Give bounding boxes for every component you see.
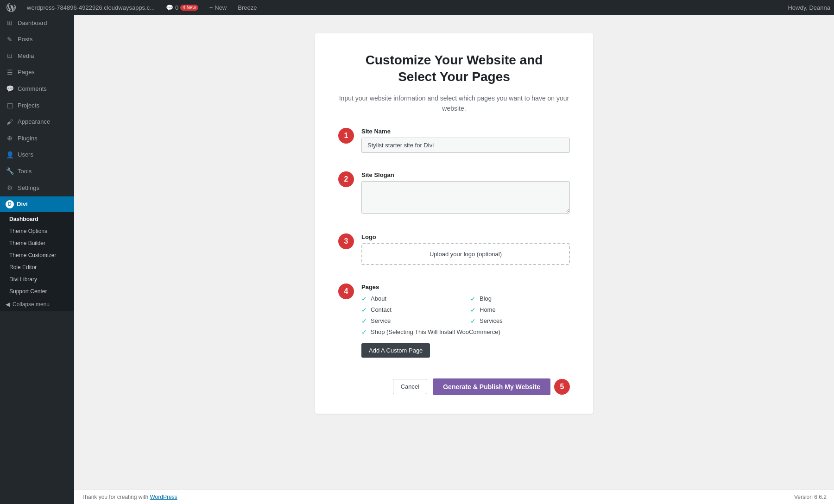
sidebar-item-tools[interactable]: 🔧 Tools: [0, 163, 74, 180]
sidebar-item-comments[interactable]: 💬 Comments: [0, 81, 74, 97]
divi-label: Divi: [17, 201, 28, 208]
check-icon-home: ✓: [470, 306, 476, 314]
sidebar-item-settings[interactable]: ⚙ Settings: [0, 180, 74, 196]
logo-upload-text: Upload your logo (optional): [430, 251, 502, 258]
theme-link[interactable]: Breeze: [235, 0, 259, 15]
logo-upload-button[interactable]: Upload your logo (optional): [361, 243, 570, 265]
publish-button[interactable]: Generate & Publish My Website: [433, 378, 550, 395]
page-checkbox-service[interactable]: ✓ Service: [361, 317, 461, 325]
projects-icon: ◫: [6, 101, 14, 110]
sidebar-item-pages[interactable]: ☰ Pages: [0, 64, 74, 81]
add-custom-page-button[interactable]: Add A Custom Page: [361, 343, 430, 358]
collapse-label: Collapse menu: [13, 301, 50, 308]
plus-icon: +: [209, 4, 213, 11]
thank-you-bar: Thank you for creating with WordPress: [74, 490, 834, 504]
site-name-input[interactable]: [361, 138, 570, 153]
users-icon: 👤: [6, 151, 14, 160]
divi-submenu-divi-library[interactable]: Divi Library: [0, 273, 74, 285]
page-checkbox-home[interactable]: ✓ Home: [470, 306, 570, 314]
step-5-badge: 5: [554, 379, 570, 395]
wp-logo-link[interactable]: [4, 0, 19, 15]
sidebar-item-posts[interactable]: ✎ Posts: [0, 32, 74, 48]
dashboard-icon: ⊞: [6, 19, 14, 28]
sidebar: ⊞ Dashboard ✎ Posts ⊡ Media ☰ Pages 💬 Co…: [0, 15, 74, 504]
sidebar-item-label: Comments: [18, 85, 47, 93]
comments-count: 0: [175, 4, 178, 11]
comments-link[interactable]: 💬 0 4 New: [163, 0, 201, 15]
comment-icon: 💬: [166, 4, 173, 11]
sidebar-item-label: Tools: [18, 167, 32, 176]
sidebar-item-label: Settings: [18, 184, 39, 192]
divi-submenu-dashboard[interactable]: Dashboard: [0, 212, 74, 225]
divi-submenu-theme-options[interactable]: Theme Options: [0, 225, 74, 237]
sidebar-item-appearance[interactable]: 🖌 Appearance: [0, 114, 74, 131]
page-label-contact: Contact: [371, 306, 392, 313]
step-1-row: 1 Site Name: [338, 128, 570, 162]
sidebar-item-label: Posts: [18, 35, 33, 44]
pages-grid: ✓ About ✓ Blog ✓ Contact ✓: [361, 295, 570, 336]
page-label-service: Service: [371, 317, 391, 324]
sidebar-item-projects[interactable]: ◫ Projects: [0, 97, 74, 114]
divi-submenu-theme-customizer[interactable]: Theme Customizer: [0, 249, 74, 261]
thank-you-text: Thank you for creating with: [82, 494, 148, 500]
admin-bar: wordpress-784896-4922926.cloudwaysapps.c…: [0, 0, 834, 15]
divi-submenu-role-editor[interactable]: Role Editor: [0, 261, 74, 273]
site-name-group: Site Name: [361, 128, 570, 153]
page-label-blog: Blog: [480, 295, 492, 302]
sidebar-item-label: Projects: [18, 101, 39, 110]
page-checkbox-shop[interactable]: ✓ Shop (Selecting This Will Install WooC…: [361, 328, 570, 336]
step-3-row: 3 Logo Upload your logo (optional): [338, 233, 570, 274]
site-url: wordpress-784896-4922926.cloudwaysapps.c…: [27, 4, 155, 11]
step-3-badge: 3: [338, 233, 354, 249]
sidebar-item-label: Dashboard: [18, 19, 47, 27]
version-bar: Version 6.6.2: [794, 490, 827, 504]
divi-menu-item[interactable]: D Divi: [0, 196, 74, 212]
sidebar-item-plugins[interactable]: ⊕ Plugins: [0, 130, 74, 147]
sidebar-item-label: Appearance: [18, 118, 50, 126]
divi-library-label: Divi Library: [9, 276, 37, 283]
step-4-row: 4 Pages ✓ About ✓ Blog ✓: [338, 284, 570, 358]
divi-section: D Divi Dashboard Theme Options Theme Bui…: [0, 196, 74, 311]
customize-card: Customize Your Website and Select Your P…: [315, 33, 593, 414]
divi-submenu-support-center[interactable]: Support Center: [0, 285, 74, 297]
check-icon-blog: ✓: [470, 295, 476, 302]
site-name-link[interactable]: wordpress-784896-4922926.cloudwaysapps.c…: [24, 0, 158, 15]
page-checkbox-about[interactable]: ✓ About: [361, 295, 461, 302]
cancel-button[interactable]: Cancel: [393, 379, 427, 394]
site-slogan-input[interactable]: [361, 181, 570, 214]
sidebar-item-media[interactable]: ⊡ Media: [0, 48, 74, 64]
theme-builder-label: Theme Builder: [9, 240, 45, 246]
sidebar-item-label: Pages: [18, 68, 35, 76]
sidebar-item-label: Plugins: [18, 134, 38, 143]
howdy-text: Howdy, Deanna: [788, 4, 830, 11]
check-icon-shop: ✓: [361, 328, 367, 336]
divi-icon: D: [6, 200, 14, 208]
page-label-about: About: [371, 295, 386, 302]
page-checkbox-services[interactable]: ✓ Services: [470, 317, 570, 325]
step-4-badge: 4: [338, 284, 354, 299]
version-text: Version 6.6.2: [794, 494, 827, 500]
collapse-menu-button[interactable]: ◀ Collapse menu: [0, 297, 74, 311]
sidebar-item-label: Media: [18, 52, 34, 60]
page-title: Customize Your Website and Select Your P…: [338, 52, 570, 86]
sidebar-item-dashboard[interactable]: ⊞ Dashboard: [0, 15, 74, 32]
page-checkbox-contact[interactable]: ✓ Contact: [361, 306, 461, 314]
sidebar-item-users[interactable]: 👤 Users: [0, 147, 74, 164]
page-label-home: Home: [480, 306, 496, 313]
check-icon-service: ✓: [361, 317, 367, 325]
main-content: Customize Your Website and Select Your P…: [74, 15, 834, 504]
new-content-link[interactable]: + New: [207, 0, 230, 15]
divi-submenu-theme-builder[interactable]: Theme Builder: [0, 237, 74, 249]
role-editor-label: Role Editor: [9, 264, 37, 271]
new-label: New: [215, 4, 227, 11]
theme-label: Breeze: [238, 4, 257, 11]
step-2-badge: 2: [338, 171, 354, 187]
comments-icon: 💬: [6, 84, 14, 94]
plugins-icon: ⊕: [6, 134, 14, 143]
wordpress-link[interactable]: WordPress: [150, 494, 177, 500]
page-checkbox-blog[interactable]: ✓ Blog: [470, 295, 570, 302]
posts-icon: ✎: [6, 35, 14, 44]
site-slogan-group: Site Slogan: [361, 171, 570, 215]
page-label-services: Services: [480, 317, 503, 324]
page-subtitle: Input your website information and selec…: [338, 93, 570, 114]
